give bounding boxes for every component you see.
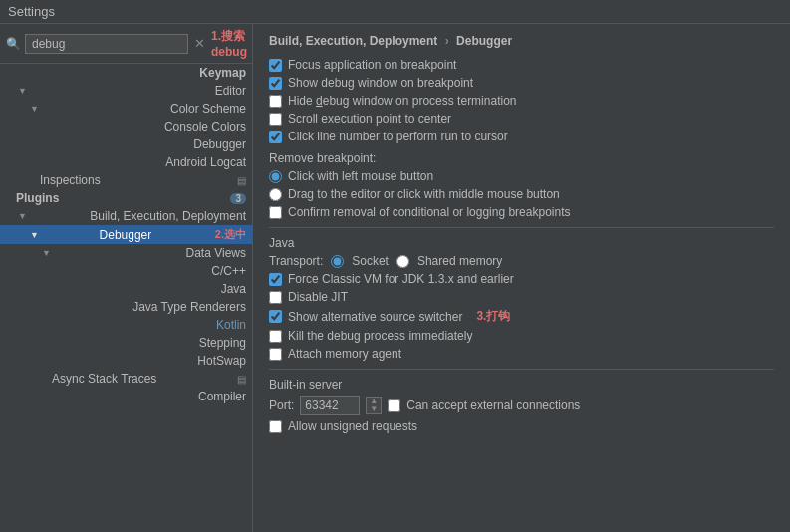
breadcrumb-path: Build, Execution, Deployment xyxy=(269,34,437,48)
option-focus-app: Focus application on breakpoint xyxy=(269,58,774,72)
checkbox-accept-external[interactable] xyxy=(388,399,400,412)
label-socket: Socket xyxy=(352,254,389,268)
sidebar-item-debugger-main[interactable]: ▼ Debugger 2.选中 xyxy=(0,225,252,244)
label-kill-debug: Kill the debug process immediately xyxy=(288,329,472,343)
rb-confirm-row: Confirm removal of conditional or loggin… xyxy=(269,205,774,219)
checkbox-confirm-removal[interactable] xyxy=(269,206,282,219)
debugger-main-triangle: ▼ xyxy=(30,230,40,240)
option-kill-debug: Kill the debug process immediately xyxy=(269,329,774,343)
checkbox-force-classic[interactable] xyxy=(269,273,282,286)
sidebar-item-plugins[interactable]: Plugins 3 xyxy=(0,189,252,207)
port-label: Port: xyxy=(269,399,294,412)
option-click-line: Click line number to perform run to curs… xyxy=(269,130,774,143)
sidebar-item-data-views[interactable]: ▼ Data Views xyxy=(0,244,252,262)
java-section: Java Transport: Socket Shared memory For… xyxy=(269,236,774,361)
sidebar-item-keymap[interactable]: Keymap xyxy=(0,64,252,82)
sidebar-item-hotswap[interactable]: HotSwap xyxy=(0,352,252,370)
build-execution-label: Build, Execution, Deployment xyxy=(90,209,246,223)
android-logcat-label: Android Logcat xyxy=(165,155,246,169)
hotswap-label: HotSwap xyxy=(197,354,246,368)
checkbox-hide-debug-window[interactable] xyxy=(269,95,282,108)
sidebar-item-compiler[interactable]: Compiler xyxy=(0,388,252,405)
radio-left-click[interactable] xyxy=(269,170,282,183)
checkbox-show-alt-source[interactable] xyxy=(269,310,282,323)
radio-drag[interactable] xyxy=(269,188,282,201)
option-scroll-exec: Scroll execution point to center xyxy=(269,112,774,126)
sidebar-item-java-type-renderers[interactable]: Java Type Renderers xyxy=(0,298,252,316)
checkbox-scroll-exec[interactable] xyxy=(269,113,282,126)
cpp-label: C/C++ xyxy=(211,264,246,278)
editor-label: Editor xyxy=(215,84,246,98)
plugins-label: Plugins xyxy=(16,191,59,205)
radio-shared-memory[interactable] xyxy=(396,255,409,268)
label-drag: Drag to the editor or click with middle … xyxy=(288,187,560,201)
remove-breakpoint-group: Click with left mouse button Drag to the… xyxy=(269,169,774,219)
rb-drag-row: Drag to the editor or click with middle … xyxy=(269,187,774,201)
port-decrement-button[interactable]: ▼ xyxy=(367,405,381,413)
color-scheme-label: Color Scheme xyxy=(170,102,246,116)
sidebar-item-java[interactable]: Java xyxy=(0,280,252,298)
sidebar-item-color-scheme[interactable]: ▼ Color Scheme xyxy=(0,100,252,118)
rb-left-click-row: Click with left mouse button xyxy=(269,169,774,183)
port-spinner[interactable]: ▲ ▼ xyxy=(366,397,382,414)
port-input[interactable] xyxy=(300,396,360,415)
keymap-label: Keymap xyxy=(199,66,246,80)
sidebar-item-debugger-editor[interactable]: Debugger xyxy=(0,135,252,153)
sidebar-item-kotlin[interactable]: Kotlin xyxy=(0,316,252,334)
checkbox-kill-debug[interactable] xyxy=(269,330,282,343)
sidebar-item-build-execution[interactable]: ▼ Build, Execution, Deployment xyxy=(0,207,252,225)
color-scheme-triangle: ▼ xyxy=(30,104,40,114)
label-shared-memory: Shared memory xyxy=(417,254,502,268)
plugins-badge: 3 xyxy=(230,193,246,204)
build-execution-triangle: ▼ xyxy=(18,211,28,221)
label-allow-unsigned: Allow unsigned requests xyxy=(288,419,417,433)
data-views-label: Data Views xyxy=(186,246,246,260)
builtin-server-title: Built-in server xyxy=(269,378,774,392)
java-label: Java xyxy=(221,282,246,296)
sidebar-item-cpp[interactable]: C/C++ xyxy=(0,262,252,280)
checkbox-focus-app[interactable] xyxy=(269,59,282,72)
transport-row: Transport: Socket Shared memory xyxy=(269,254,774,268)
option-disable-jit: Disable JIT xyxy=(269,290,774,304)
sidebar-item-editor[interactable]: ▼ Editor xyxy=(0,82,252,100)
java-title: Java xyxy=(269,236,774,250)
compiler-label: Compiler xyxy=(198,390,246,403)
checkbox-disable-jit[interactable] xyxy=(269,291,282,304)
search-container: 🔍 ✕ 1.搜索debug xyxy=(0,24,252,64)
kotlin-label: Kotlin xyxy=(216,318,246,332)
breadcrumb-current: Debugger xyxy=(456,34,512,48)
sidebar-item-inspections[interactable]: Inspections ▤ xyxy=(0,171,252,189)
label-show-debug-window: Show debug window on breakpoint xyxy=(288,76,473,90)
option-attach-memory: Attach memory agent xyxy=(269,347,774,361)
remove-breakpoint-title: Remove breakpoint: xyxy=(269,151,774,165)
section-divider-java xyxy=(269,227,774,228)
label-disable-jit: Disable JIT xyxy=(288,290,348,304)
sidebar-item-console-colors[interactable]: Console Colors xyxy=(0,118,252,135)
option-show-debug-window: Show debug window on breakpoint xyxy=(269,76,774,90)
section-divider-server xyxy=(269,369,774,370)
radio-socket[interactable] xyxy=(331,255,344,268)
label-left-click: Click with left mouse button xyxy=(288,169,433,183)
sidebar-item-async-stack-traces[interactable]: Async Stack Traces ▤ xyxy=(0,370,252,388)
inspections-icon: ▤ xyxy=(237,175,246,186)
annotation-step3: 3.打钩 xyxy=(476,308,510,325)
search-icon: 🔍 xyxy=(6,37,21,51)
label-hide-debug-window: Hide debug window on process termination xyxy=(288,94,516,108)
checkbox-show-debug-window[interactable] xyxy=(269,77,282,90)
breadcrumb: Build, Execution, Deployment › Debugger xyxy=(269,34,774,48)
sidebar-item-stepping[interactable]: Stepping xyxy=(0,334,252,352)
sidebar-item-android-logcat[interactable]: Android Logcat xyxy=(0,153,252,171)
label-attach-memory: Attach memory agent xyxy=(288,347,401,361)
port-row: Port: ▲ ▼ Can accept external connection… xyxy=(269,396,774,415)
checkbox-click-line[interactable] xyxy=(269,131,282,143)
label-force-classic: Force Classic VM for JDK 1.3.x and earli… xyxy=(288,272,514,286)
clear-search-button[interactable]: ✕ xyxy=(192,36,207,51)
checkbox-attach-memory[interactable] xyxy=(269,348,282,361)
inspections-label: Inspections xyxy=(40,173,101,187)
breadcrumb-sep: › xyxy=(445,34,449,48)
debugger-main-label: Debugger xyxy=(100,228,152,242)
search-input[interactable] xyxy=(25,34,188,54)
editor-triangle: ▼ xyxy=(18,86,28,96)
label-confirm-removal: Confirm removal of conditional or loggin… xyxy=(288,205,570,219)
checkbox-allow-unsigned[interactable] xyxy=(269,420,282,433)
